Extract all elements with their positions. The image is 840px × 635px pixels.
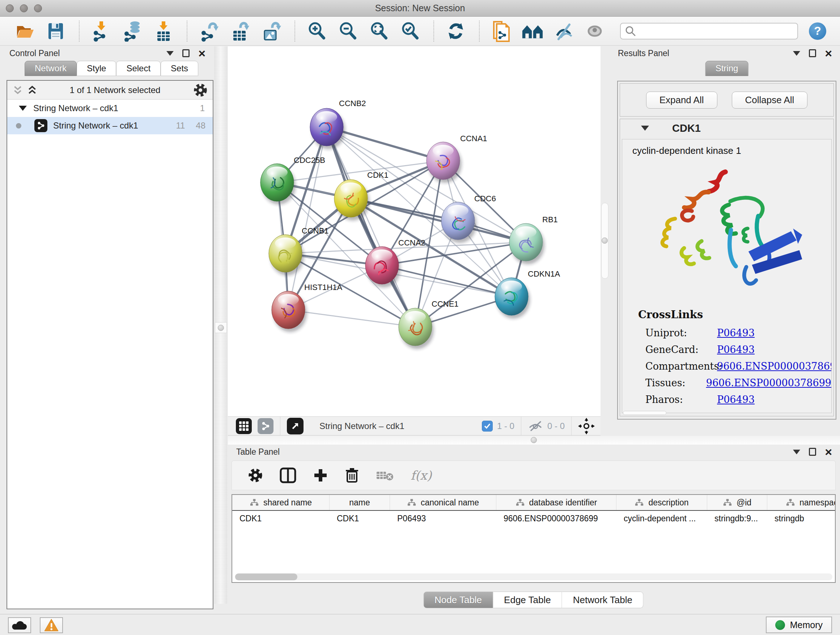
crosslink-link[interactable]: P06493 <box>717 344 755 355</box>
crosslink-link[interactable]: 9606.ENSP00000378699 <box>717 361 832 372</box>
bottom-splitter-handle[interactable] <box>531 437 537 443</box>
detach-view-icon[interactable] <box>287 418 303 434</box>
eye-button[interactable] <box>584 20 606 42</box>
network-view-title: String Network – cdk1 <box>319 421 404 431</box>
network-view-icon[interactable] <box>257 418 273 434</box>
table-horizontal-scrollbar[interactable] <box>235 573 832 580</box>
network-collection-row[interactable]: String Network – cdk1 1 <box>7 100 213 117</box>
column-header-label: description <box>648 498 688 508</box>
collapse-all-button[interactable]: Collapse All <box>732 92 808 109</box>
toolbar-separator <box>521 417 521 435</box>
column-header--id[interactable]: @id <box>707 495 767 510</box>
panel-float-icon[interactable] <box>809 49 816 57</box>
tab-sets[interactable]: Sets <box>161 61 198 76</box>
network-edge[interactable] <box>288 310 415 327</box>
memory-button[interactable]: Memory <box>766 616 832 633</box>
network-edge[interactable] <box>382 265 512 296</box>
import-table-from-file-button[interactable] <box>153 20 174 42</box>
panel-menu-icon[interactable] <box>793 450 800 454</box>
panel-menu-icon[interactable] <box>166 51 174 56</box>
export-image-button[interactable] <box>261 20 282 42</box>
protein-section-header[interactable]: CDK1 <box>620 119 834 137</box>
import-string-network-button[interactable] <box>491 20 512 42</box>
export-table-button[interactable] <box>229 20 251 42</box>
network-edge[interactable] <box>351 198 526 242</box>
export-network-button[interactable] <box>198 20 220 42</box>
control-panel-header: Control Panel × <box>0 46 213 60</box>
panel-close-icon[interactable]: × <box>825 49 832 57</box>
panel-menu-icon[interactable] <box>793 51 800 56</box>
tab-select[interactable]: Select <box>116 61 161 76</box>
table-settings-gear-icon[interactable] <box>248 468 263 483</box>
zoom-out-button[interactable] <box>337 20 359 42</box>
tab-edge-table[interactable]: Edge Table <box>493 592 562 608</box>
crosslinks-heading: CrossLinks <box>638 309 831 321</box>
column-header-description[interactable]: description <box>616 495 707 510</box>
first-neighbors-button[interactable] <box>522 20 543 42</box>
tree-expand-icon[interactable] <box>19 106 27 111</box>
network-edge[interactable] <box>327 127 415 327</box>
add-column-icon[interactable] <box>313 468 328 483</box>
network-list-box: 1 of 1 Network selected String Network –… <box>6 80 213 609</box>
warning-status-button[interactable] <box>40 617 63 633</box>
results-horizontal-scrollbar[interactable] <box>623 411 666 415</box>
export-image-icon <box>261 21 282 42</box>
delete-table-icon[interactable] <box>376 469 394 482</box>
column-header-canonical-name[interactable]: canonical name <box>390 495 496 510</box>
help-button[interactable]: ? <box>809 22 826 40</box>
table-cell: stringdb <box>767 514 836 524</box>
crosslink-link[interactable]: 9606.ENSP00000378699 <box>706 377 831 388</box>
collapse-all-icon[interactable] <box>13 86 22 95</box>
delete-column-icon[interactable] <box>345 467 359 483</box>
function-builder-icon[interactable]: f(x) <box>411 468 431 483</box>
column-header-namespace[interactable]: namespace <box>767 495 836 510</box>
tab-network-table[interactable]: Network Table <box>562 592 644 608</box>
right-splitter-handle[interactable] <box>602 238 608 244</box>
fit-content-button[interactable] <box>368 20 390 42</box>
column-header-name[interactable]: name <box>330 495 390 510</box>
grid-view-icon[interactable] <box>236 418 252 434</box>
open-session-button[interactable] <box>14 20 35 42</box>
gear-icon[interactable] <box>193 83 208 97</box>
panel-close-icon[interactable]: × <box>198 49 205 57</box>
column-header-shared-name[interactable]: shared name <box>232 495 330 510</box>
show-columns-icon[interactable] <box>279 467 296 483</box>
toolbar-separator <box>433 21 434 42</box>
expand-all-button[interactable]: Expand All <box>646 92 717 109</box>
cloud-status-button[interactable] <box>8 617 31 633</box>
zoom-selected-button[interactable] <box>399 20 421 42</box>
scrollbar-thumb[interactable] <box>235 573 297 580</box>
left-splitter-handle[interactable] <box>215 322 227 333</box>
import-network-from-database-button[interactable] <box>122 20 143 42</box>
fit-content-icon <box>369 21 390 42</box>
search-input[interactable] <box>637 24 797 38</box>
tab-string[interactable]: String <box>706 61 748 76</box>
hidden-eye-icon[interactable] <box>528 420 543 432</box>
expand-all-icon[interactable] <box>27 86 37 95</box>
table-row[interactable]: CDK1CDK1P064939606.ENSP00000378699cyclin… <box>232 511 836 526</box>
show-graphics-details-button[interactable] <box>553 20 575 42</box>
column-header-database-identifier[interactable]: database identifier <box>496 495 616 510</box>
crosslink-label: Pharos: <box>645 394 717 405</box>
section-collapse-icon[interactable] <box>641 126 649 131</box>
refresh-network-button[interactable] <box>445 20 467 42</box>
tab-style[interactable]: Style <box>77 61 116 76</box>
tab-network[interactable]: Network <box>25 61 77 76</box>
tab-node-table[interactable]: Node Table <box>423 592 493 608</box>
toolbar-search-box[interactable] <box>620 23 798 40</box>
crosslink-link[interactable]: P06493 <box>717 394 755 405</box>
panel-close-icon[interactable]: × <box>825 448 832 456</box>
zoom-in-button[interactable] <box>306 20 328 42</box>
selected-checkbox-icon[interactable] <box>482 421 493 432</box>
save-session-button[interactable] <box>45 20 66 42</box>
panel-float-icon[interactable] <box>182 49 189 57</box>
import-network-from-file-button[interactable] <box>90 20 112 42</box>
houses-icon <box>522 22 543 40</box>
panel-float-icon[interactable] <box>809 448 816 456</box>
crosshair-icon[interactable] <box>578 418 595 434</box>
network-row[interactable]: String Network – cdk1 11 48 <box>7 117 213 134</box>
network-graph[interactable]: CCNB2CCNA1CDC25BCDK1CDC6RB1CCNB1CCNA2CDK… <box>228 46 600 416</box>
network-canvas[interactable]: CCNB2CCNA1CDC25BCDK1CDC6RB1CCNB1CCNA2CDK… <box>228 46 600 416</box>
crosslink-link[interactable]: P06493 <box>717 327 755 339</box>
node-table[interactable]: shared namenamecanonical namedatabase id… <box>232 494 836 583</box>
